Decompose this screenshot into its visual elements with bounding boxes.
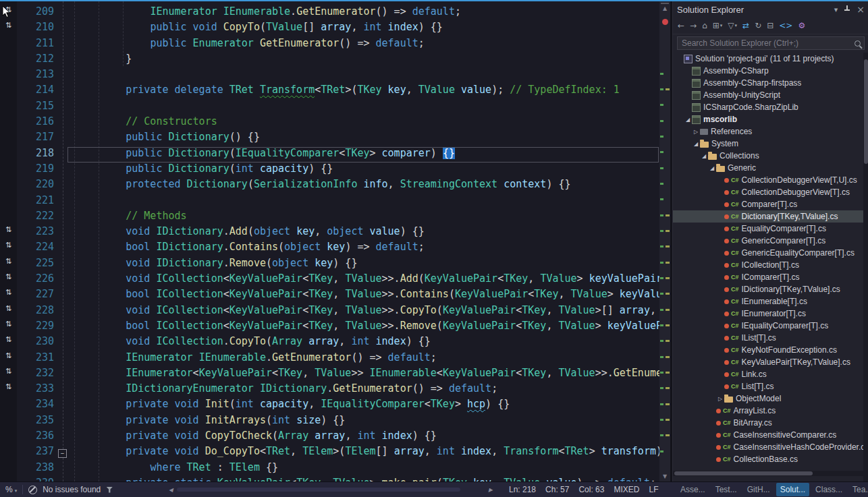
encoding-indicator[interactable]: MIXED <box>614 485 639 494</box>
line-number[interactable]: 234 <box>17 398 57 413</box>
eol-indicator[interactable]: LF <box>649 485 658 494</box>
implements-interface-glyph-icon[interactable]: ⇅ <box>0 304 17 320</box>
code-line-215[interactable]: 215 <box>0 100 659 115</box>
tree-item-keyvaluepair-tkey-tvalue-cs[interactable]: C#KeyValuePair[TKey,TValue].cs <box>673 356 863 368</box>
code-line-230[interactable]: ⇅230 void ICollection.CopyTo(Array array… <box>0 335 659 351</box>
implements-interface-glyph-icon[interactable]: ⇅ <box>0 367 17 382</box>
tree-item-list-t-cs[interactable]: C#List[T].cs <box>673 380 863 392</box>
collapse-arrow-icon[interactable]: ◢ <box>708 165 716 171</box>
code-line-221[interactable]: 221 <box>0 194 659 210</box>
tree-item-icollection-t-cs[interactable]: C#ICollection[T].cs <box>673 259 863 271</box>
tree-item-assembly-csharp-firstpass[interactable]: Assembly-CSharp-firstpass <box>673 77 863 89</box>
line-number[interactable]: 219 <box>17 163 57 178</box>
line-number[interactable]: 215 <box>17 100 57 115</box>
panel-tab-test[interactable]: Test... <box>711 483 741 496</box>
line-number[interactable]: 236 <box>17 430 57 445</box>
refresh-icon[interactable]: ↻ <box>755 21 761 30</box>
line-number[interactable]: 213 <box>17 68 57 84</box>
properties-icon[interactable]: ⚙ <box>798 21 805 30</box>
scroll-left-icon[interactable]: ◀ <box>169 487 173 493</box>
close-icon[interactable]: × <box>857 4 865 15</box>
line-number[interactable]: 224 <box>17 241 57 256</box>
line-number[interactable]: 216 <box>17 115 57 131</box>
line-number[interactable]: 227 <box>17 288 57 303</box>
code-editor[interactable]: ⇅209 IEnumerator IEnumerable.GetEnumerat… <box>0 1 659 481</box>
tree-item-icomparer-t-cs[interactable]: C#IComparer[T].cs <box>673 271 863 283</box>
collapse-all-icon[interactable]: ⊟ <box>767 21 774 30</box>
char-indicator[interactable]: Ch: 57 <box>545 485 569 494</box>
line-number[interactable]: 209 <box>17 5 57 21</box>
switch-views-icon[interactable]: ⊞▾ <box>713 21 723 30</box>
line-number[interactable]: 232 <box>17 367 57 382</box>
code-line-226[interactable]: ⇅226 void ICollection<KeyValuePair<TKey,… <box>0 272 659 288</box>
line-number[interactable]: 222 <box>17 210 57 225</box>
filter-icon[interactable]: ▽▾ <box>728 21 737 30</box>
code-line-218[interactable]: 218 public Dictionary(IEqualityComparer<… <box>0 147 659 163</box>
implements-interface-glyph-icon[interactable]: ⇅ <box>0 288 17 303</box>
scroll-down-icon[interactable]: ▼ <box>659 473 670 479</box>
expand-arrow-icon[interactable]: ▷ <box>692 129 700 135</box>
tree-item-caseinsensitivecomparer-cs[interactable]: C#CaseInsensitiveComparer.cs <box>673 429 863 441</box>
line-number[interactable]: 221 <box>17 194 57 210</box>
implements-interface-glyph-icon[interactable]: ⇅ <box>0 335 17 351</box>
issues-status[interactable]: No issues found <box>43 485 101 494</box>
line-number[interactable]: 235 <box>17 414 57 430</box>
tree-item-bitarray-cs[interactable]: C#BitArray.cs <box>673 417 863 429</box>
forward-icon[interactable]: → <box>690 21 697 30</box>
implements-interface-glyph-icon[interactable]: ⇅ <box>0 382 17 398</box>
splitter-handle[interactable] <box>661 3 669 4</box>
tree-vertical-scrollbar[interactable] <box>863 53 868 481</box>
tree-item-references[interactable]: ▷References <box>673 125 863 138</box>
line-number[interactable]: 217 <box>17 131 57 146</box>
tree-item-ienumerable-t-cs[interactable]: C#IEnumerable[T].cs <box>673 295 863 308</box>
tree-item-ienumerator-t-cs[interactable]: C#IEnumerator[T].cs <box>673 308 863 320</box>
tree-item-keynotfoundexception-cs[interactable]: C#KeyNotFoundException.cs <box>673 344 863 356</box>
tree-item-link-cs[interactable]: C#Link.cs <box>673 368 863 380</box>
code-line-211[interactable]: 211 public Enumerator GetEnumerator() =>… <box>0 37 659 53</box>
implements-interface-glyph-icon[interactable]: ⇅ <box>0 320 17 335</box>
code-line-216[interactable]: 216 // Constructors <box>0 115 659 131</box>
code-line-222[interactable]: 222 // Methods <box>0 210 659 225</box>
collapse-arrow-icon[interactable]: ◢ <box>684 117 692 123</box>
code-line-209[interactable]: ⇅209 IEnumerator IEnumerable.GetEnumerat… <box>0 5 659 21</box>
sync-with-active-document-icon[interactable]: ⇄ <box>742 21 749 30</box>
tree-item-genericcomparer-t-cs[interactable]: C#GenericComparer[T].cs <box>673 235 863 247</box>
code-line-214[interactable]: 214 private delegate TRet Transform<TRet… <box>0 84 659 99</box>
chevron-down-icon[interactable]: ▾ <box>834 5 838 14</box>
code-line-233[interactable]: ⇅233 IDictionaryEnumerator IDictionary.G… <box>0 382 659 398</box>
code-line-231[interactable]: ⇅231 IEnumerator IEnumerable.GetEnumerat… <box>0 351 659 367</box>
code-line-225[interactable]: ⇅225 void IDictionary.Remove(object key)… <box>0 257 659 272</box>
implements-interface-glyph-icon[interactable]: ⇅ <box>0 351 17 367</box>
line-number[interactable]: 210 <box>17 21 57 36</box>
implements-interface-glyph-icon[interactable]: ⇅ <box>0 272 17 288</box>
line-number[interactable]: 230 <box>17 335 57 351</box>
hscroll-track[interactable] <box>175 487 486 492</box>
tree-item-ilist-t-cs[interactable]: C#IList[T].cs <box>673 332 863 344</box>
tree-item-caseinsensitivehashcodeprovider-cs[interactable]: C#CaseInsensitiveHashCodeProvider.cs <box>673 441 863 453</box>
zoom-control[interactable]: %▾ <box>5 485 17 494</box>
vscroll-thumb[interactable] <box>864 59 868 164</box>
implements-interface-glyph-icon[interactable]: ⇅ <box>0 241 17 256</box>
tree-horizontal-scrollbar[interactable] <box>673 471 863 476</box>
pin-icon[interactable] <box>844 5 850 14</box>
line-number[interactable]: 211 <box>17 37 57 53</box>
code-line-212[interactable]: 212 } <box>0 53 659 68</box>
code-line-229[interactable]: ⇅229 bool ICollection<KeyValuePair<TKey,… <box>0 320 659 335</box>
panel-tab-asse[interactable]: Asse... <box>676 483 709 496</box>
tree-item-generic[interactable]: ◢Generic <box>673 162 863 174</box>
expand-arrow-icon[interactable]: ▷ <box>716 396 724 402</box>
code-line-234[interactable]: 234 private void Init(int capacity, IEqu… <box>0 398 659 413</box>
line-number[interactable]: 220 <box>17 178 57 194</box>
code-line-219[interactable]: 219 public Dictionary(int capacity) {} <box>0 163 659 178</box>
line-number[interactable]: 228 <box>17 304 57 320</box>
tree-item-dictionary-tkey-tvalue-cs[interactable]: C#Dictionary[TKey,TValue].cs <box>673 210 863 223</box>
code-line-213[interactable]: 213 <box>0 68 659 84</box>
line-number[interactable]: 223 <box>17 225 57 241</box>
tree-item-mscorlib[interactable]: ◢mscorlib <box>673 113 863 125</box>
hscroll-thumb[interactable] <box>177 488 460 492</box>
tree-item-idictionary-tkey-tvalue-cs[interactable]: C#IDictionary[TKey,TValue].cs <box>673 283 863 295</box>
code-line-235[interactable]: 235 private void InitArrays(int size) {} <box>0 414 659 430</box>
tree-item-arraylist-cs[interactable]: C#ArrayList.cs <box>673 405 863 417</box>
tree-item-collectionbase-cs[interactable]: C#CollectionBase.cs <box>673 453 863 465</box>
code-line-223[interactable]: ⇅223 void IDictionary.Add(object key, ob… <box>0 225 659 241</box>
